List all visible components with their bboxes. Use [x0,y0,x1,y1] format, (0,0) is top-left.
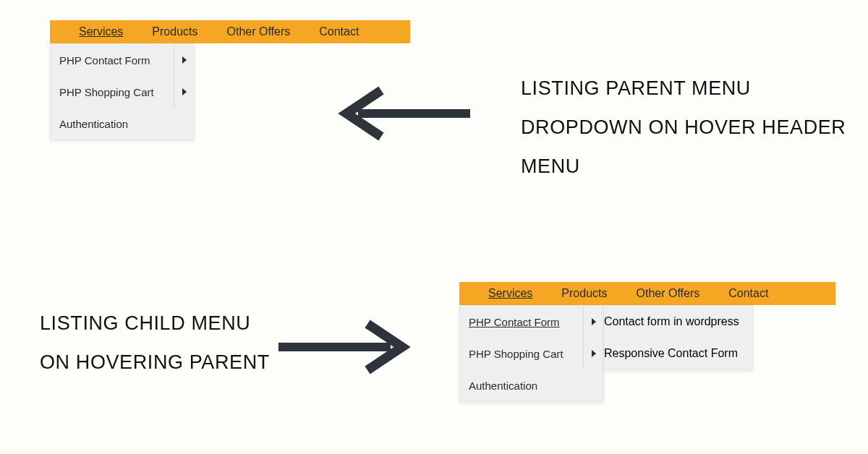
caret-right-icon [592,318,596,325]
caption-parent-dropdown: Listing parent menu dropdown on hover he… [521,69,868,186]
dropdown-item-php-contact-form[interactable]: PHP Contact Form [460,306,603,338]
dropdown-parent-menu: PHP Contact Form PHP Shopping Cart Authe… [459,305,604,402]
demo-child-submenu: Services Products Other Offers Contact P… [459,282,835,402]
menu-item-services[interactable]: Services [64,22,137,41]
arrow-left-icon [336,85,474,142]
submenu-caret-icon [583,338,603,369]
header-menu-bar: Services Products Other Offers Contact [50,20,410,43]
menu-item-other-offers[interactable]: Other Offers [213,22,305,41]
menu-item-services[interactable]: Services [474,284,547,303]
dropdown-item-label: PHP Shopping Cart [51,86,174,98]
dropdown-item-label: PHP Contact Form [460,316,583,328]
menu-item-products[interactable]: Products [547,284,621,303]
submenu-caret-icon [174,44,194,76]
submenu-item-contact-form-wordpress[interactable]: Contact form in wordpress [604,306,752,338]
menu-item-contact[interactable]: Contact [714,284,783,303]
submenu-item-label: Responsive Contact Form [604,347,738,360]
submenu-caret-icon [174,76,194,108]
dropdown-item-label: Authentication [460,380,583,392]
dropdown-item-php-contact-form[interactable]: PHP Contact Form [51,44,194,76]
caret-right-icon [182,88,187,95]
menu-item-contact[interactable]: Contact [305,22,373,41]
menu-item-products[interactable]: Products [137,22,212,41]
dropdown-item-authentication[interactable]: Authentication [460,369,603,401]
header-menu-bar: Services Products Other Offers Contact [459,282,835,305]
dropdown-item-php-shopping-cart[interactable]: PHP Shopping Cart [51,76,194,108]
submenu-caret-icon [583,306,603,338]
dropdown-item-authentication[interactable]: Authentication [51,108,194,140]
dropdown-item-label: Authentication [51,118,174,130]
submenu-item-label: Contact form in wordpress [604,315,739,328]
menu-item-other-offers[interactable]: Other Offers [622,284,715,303]
caret-right-icon [592,350,596,357]
dropdown-parent-menu: PHP Contact Form PHP Shopping Cart Authe… [50,43,195,140]
submenu-item-responsive-contact-form[interactable]: Responsive Contact Form [604,338,752,369]
caret-right-icon [182,56,187,64]
dropdown-child-menu: Contact form in wordpress Responsive Con… [604,305,753,370]
arrow-right-icon [275,318,412,376]
dropdown-item-label: PHP Shopping Cart [460,348,583,360]
dropdown-item-label: PHP Contact Form [51,54,174,67]
caption-child-menu: Listing child menu on hovering parent [40,304,278,382]
dropdown-item-php-shopping-cart[interactable]: PHP Shopping Cart [460,338,603,369]
